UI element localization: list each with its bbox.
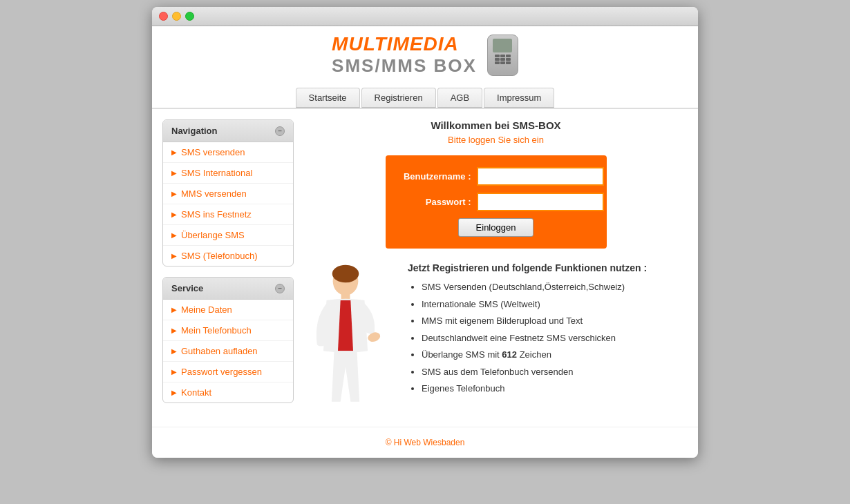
list-item: Internationale SMS (Weltweit): [422, 298, 688, 311]
service-box: Service – ▶ Meine Daten ▶ Mein Telefonbu…: [162, 277, 294, 403]
footer: © Hi Web Wiesbaden: [152, 427, 698, 458]
register-title: Jetzt Registrieren und folgende Funktion…: [408, 262, 688, 273]
site-header: MULTIMEDIA SMS/MMS BOX Startseite Regist…: [152, 26, 698, 109]
sidebar-item-meine-daten[interactable]: ▶ Meine Daten: [163, 300, 293, 320]
list-item: Überlange SMS mit 612 Zeichen: [422, 348, 688, 362]
navigation-collapse-btn[interactable]: –: [275, 126, 285, 136]
sidebar-item-sms-telefonbuch[interactable]: ▶ SMS (Telefonbuch): [163, 246, 293, 266]
login-button[interactable]: Einloggen: [458, 218, 534, 237]
content-section: Jetzt Registrieren und folgende Funktion…: [304, 262, 688, 416]
mein-telefonbuch-link[interactable]: Mein Telefonbuch: [181, 325, 252, 336]
svg-point-1: [332, 265, 359, 283]
list-item: Deutschlandweit eine Festnetz SMS versch…: [422, 331, 688, 345]
sms-festnetz-link[interactable]: SMS ins Festnetz: [181, 209, 252, 220]
navigation-box: Navigation – ▶ SMS versenden ▶ SMS Inter…: [162, 119, 294, 266]
nav-tabs: Startseite Registrieren AGB Impressum: [152, 82, 698, 108]
logo-smsbox: SMS/MMS BOX: [332, 55, 477, 77]
list-item: Eigenes Telefonbuch: [422, 382, 688, 396]
minimize-button[interactable]: [172, 12, 181, 21]
arrow-icon: ▶: [171, 169, 177, 177]
arrow-icon: ▶: [171, 190, 177, 197]
sms-international-link[interactable]: SMS International: [181, 168, 252, 178]
passwort-vergessen-link[interactable]: Passwort vergessen: [181, 367, 262, 377]
sidebar-item-sms-festnetz[interactable]: ▶ SMS ins Festnetz: [163, 204, 293, 225]
username-label: Benutzername :: [401, 171, 477, 182]
sidebar-item-kontakt[interactable]: ▶ Kontakt: [163, 382, 293, 403]
page-content: MULTIMEDIA SMS/MMS BOX Startseite Regist…: [152, 26, 698, 458]
sidebar-item-sms-international[interactable]: ▶ SMS International: [163, 163, 293, 184]
sidebar-item-sms-versenden[interactable]: ▶ SMS versenden: [163, 142, 293, 163]
person-svg: [304, 262, 387, 414]
navigation-box-header: Navigation –: [163, 120, 293, 142]
arrow-icon: ▶: [171, 368, 177, 376]
sidebar-item-mms-versenden[interactable]: ▶ MMS versenden: [163, 184, 293, 204]
arrow-icon: ▶: [171, 306, 177, 313]
login-form: Benutzername : Passwort : Einloggen: [386, 155, 607, 249]
tab-registrieren[interactable]: Registrieren: [361, 88, 436, 108]
service-title: Service: [171, 283, 203, 293]
tab-agb[interactable]: AGB: [437, 88, 482, 108]
maximize-button[interactable]: [185, 12, 194, 21]
logo-text: MULTIMEDIA SMS/MMS BOX: [332, 33, 477, 77]
sms-telefonbuch-link[interactable]: SMS (Telefonbuch): [181, 251, 258, 261]
sidebar-item-mein-telefonbuch[interactable]: ▶ Mein Telefonbuch: [163, 320, 293, 341]
service-collapse-btn[interactable]: –: [275, 284, 285, 293]
guthaben-aufladen-link[interactable]: Guthaben aufladen: [181, 346, 258, 356]
register-info: Jetzt Registrieren und folgende Funktion…: [408, 262, 688, 399]
kontakt-link[interactable]: Kontakt: [181, 387, 211, 398]
arrow-icon: ▶: [171, 327, 177, 334]
copyright: © Hi Web Wiesbaden: [386, 438, 465, 447]
username-row: Benutzername :: [401, 167, 592, 186]
sms-versenden-link[interactable]: SMS versenden: [181, 147, 245, 157]
arrow-icon: ▶: [171, 389, 177, 396]
titlebar: [152, 7, 698, 26]
sidebar-item-guthaben-aufladen[interactable]: ▶ Guthaben aufladen: [163, 341, 293, 362]
main-layout: Navigation – ▶ SMS versenden ▶ SMS Inter…: [152, 109, 698, 427]
register-list: SMS Versenden (Deutschland,Österreich,Sc…: [408, 280, 688, 396]
arrow-icon: ▶: [171, 148, 177, 156]
logo-area: MULTIMEDIA SMS/MMS BOX: [332, 33, 518, 77]
arrow-icon: ▶: [171, 347, 177, 355]
list-item: MMS mit eigenem Bilderupload und Text: [422, 314, 688, 328]
close-button[interactable]: [159, 12, 168, 21]
mms-versenden-link[interactable]: MMS versenden: [181, 188, 247, 199]
password-label: Passwort :: [401, 197, 477, 207]
ueberlange-sms-link[interactable]: Überlange SMS: [181, 230, 245, 240]
navigation-title: Navigation: [171, 126, 217, 136]
service-box-header: Service –: [163, 278, 293, 300]
sidebar-item-ueberlange-sms[interactable]: ▶ Überlange SMS: [163, 225, 293, 246]
phone-keypad: [495, 55, 511, 64]
password-input[interactable]: [477, 193, 604, 211]
username-input[interactable]: [477, 167, 604, 186]
arrow-icon: ▶: [171, 252, 177, 260]
tab-startseite[interactable]: Startseite: [296, 88, 360, 108]
phone-icon: [487, 35, 518, 76]
sidebar: Navigation – ▶ SMS versenden ▶ SMS Inter…: [162, 119, 294, 416]
meine-daten-link[interactable]: Meine Daten: [181, 304, 232, 315]
list-item: SMS Versenden (Deutschland,Österreich,Sc…: [422, 280, 688, 294]
main-content: Willkommen bei SMS-BOX Bitte loggen Sie …: [304, 119, 688, 416]
arrow-icon: ▶: [171, 211, 177, 218]
arrow-icon: ▶: [171, 231, 177, 239]
list-item: SMS aus dem Telefonbuch versenden: [422, 365, 688, 379]
login-prompt: Bitte loggen Sie sich ein: [304, 135, 688, 145]
tab-impressum[interactable]: Impressum: [484, 88, 554, 108]
person-image: [304, 262, 394, 416]
sidebar-item-passwort-vergessen[interactable]: ▶ Passwort vergessen: [163, 362, 293, 382]
welcome-title: Willkommen bei SMS-BOX: [304, 119, 688, 131]
logo-multimedia: MULTIMEDIA: [332, 33, 477, 55]
phone-screen: [493, 39, 512, 52]
password-row: Passwort :: [401, 193, 592, 211]
